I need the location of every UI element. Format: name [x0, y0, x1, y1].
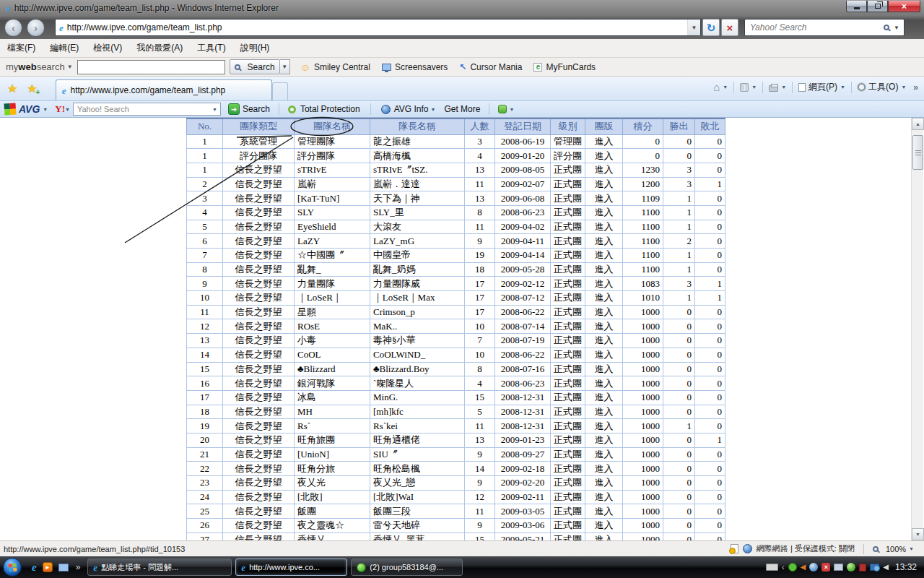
enter-board-link[interactable]: 進入 — [585, 519, 623, 533]
back-button[interactable]: ‹ — [4, 19, 22, 37]
enter-board-link[interactable]: 進入 — [585, 376, 623, 391]
team-name-link[interactable]: 香煙乂 — [295, 532, 370, 540]
team-name-link[interactable]: 銀河戰隊 — [295, 376, 370, 391]
enter-board-link[interactable]: 進入 — [585, 220, 623, 234]
toolbar-overflow-chevron[interactable]: » — [913, 82, 918, 92]
task-button-3[interactable]: (2) group583184@... — [351, 558, 463, 576]
team-name-link[interactable]: Rsˋ — [295, 419, 370, 434]
messenger-tray-icon[interactable] — [788, 563, 797, 571]
enter-board-link[interactable]: 進入 — [585, 504, 623, 519]
team-name-link[interactable]: CoOL — [295, 348, 370, 362]
enter-board-link[interactable]: 進入 — [585, 205, 623, 220]
total-protection-button[interactable]: Total Protection — [300, 104, 360, 114]
enter-board-link[interactable]: 進入 — [585, 291, 623, 306]
team-name-link[interactable]: 夜乂光 — [295, 476, 370, 491]
page-menu-icon[interactable] — [798, 83, 806, 92]
search-dropdown-icon[interactable]: ▼ — [894, 25, 904, 31]
tab-active[interactable]: e http://www.ipve.com/game/team_list.php — [56, 79, 272, 100]
team-name-link[interactable]: 亂舞_ — [295, 262, 370, 277]
forward-button[interactable]: › — [27, 19, 45, 37]
quick-launch-media-icon[interactable]: ► — [43, 562, 53, 572]
avg-extra-icon[interactable] — [498, 105, 507, 113]
rss-feeds-icon[interactable]: ) — [740, 83, 749, 92]
team-name-link[interactable]: 夜之靈魂☆ — [295, 519, 370, 533]
team-name-link[interactable]: 管理團隊 — [295, 134, 370, 149]
volume-muted-icon[interactable]: ◀ — [801, 564, 806, 571]
team-name-link[interactable]: 旺角旅團 — [295, 433, 370, 447]
avg-search-button[interactable]: ➜ Search — [228, 103, 270, 115]
enter-board-link[interactable]: 進入 — [585, 462, 623, 476]
enter-board-link[interactable]: 進入 — [585, 362, 623, 376]
new-tab-button[interactable] — [272, 82, 288, 100]
enter-board-link[interactable]: 進入 — [585, 234, 623, 249]
print-icon[interactable] — [769, 85, 778, 92]
clock[interactable]: 13:32 — [895, 562, 917, 572]
close-button[interactable]: × — [888, 1, 920, 12]
avg-dropdown-icon[interactable]: ▼ — [43, 107, 48, 112]
avg-search-dropdown-icon[interactable]: ▼ — [212, 107, 220, 112]
add-favorite-icon[interactable]: ★ — [27, 83, 37, 95]
power-plug-icon[interactable] — [859, 564, 866, 571]
rss-dropdown-icon[interactable]: ▼ — [751, 85, 757, 90]
enter-board-link[interactable]: 進入 — [585, 249, 623, 263]
mywebsearch-dropdown-icon[interactable]: ▼ — [67, 64, 73, 70]
zoom-dropdown-icon[interactable]: ▼ — [909, 546, 914, 551]
address-dropdown-icon[interactable]: ▼ — [687, 20, 700, 35]
enter-board-link[interactable]: 進入 — [585, 305, 623, 319]
page-alert-icon[interactable] — [731, 544, 738, 553]
network-icon[interactable] — [870, 564, 879, 571]
page-menu-button[interactable]: 網頁(P) — [808, 81, 837, 93]
address-bar[interactable]: ehttp://www.ipve.com/game/team_list.php … — [55, 19, 701, 36]
enter-board-link[interactable]: 進入 — [585, 262, 623, 277]
menu-item-4[interactable]: 工具(T) — [190, 39, 232, 57]
avg-brand[interactable]: AVG — [19, 103, 40, 115]
task-button-1[interactable]: e點睇走場率 - 問題解... — [87, 558, 232, 576]
scrollbar-thumb[interactable] — [912, 135, 923, 170]
scroll-down-icon[interactable]: ▼ — [912, 528, 924, 540]
team-name-link[interactable]: 旺角分旅 — [295, 462, 370, 476]
vertical-scrollbar[interactable]: ▲ ▼ — [911, 118, 923, 540]
team-name-link[interactable]: ♣Blizzard — [295, 362, 370, 376]
menu-item-3[interactable]: 我的最愛(A) — [129, 39, 190, 57]
team-name-link[interactable]: 飯團 — [295, 504, 370, 519]
quick-launch-overflow-chevron[interactable]: » — [76, 562, 81, 572]
avg-search-combo[interactable]: Yahoo! Search ▼ — [73, 103, 221, 116]
team-name-link[interactable]: 小毒 — [295, 334, 370, 348]
print-dropdown-icon[interactable]: ▼ — [781, 85, 786, 90]
team-name-link[interactable]: 星願 — [295, 305, 370, 319]
avg-logo-icon[interactable] — [4, 103, 16, 115]
team-name-link[interactable]: 評分團隊 — [295, 149, 370, 163]
mywebsearch-search-dropdown[interactable]: ▼ — [280, 59, 290, 74]
display-tray-icon[interactable] — [834, 564, 843, 571]
team-name-link[interactable]: MH — [295, 405, 370, 419]
mywebsearch-link[interactable]: ☺Smiley Central — [300, 62, 370, 72]
team-name-link[interactable]: 冰島 — [295, 390, 370, 405]
team-name-link[interactable]: [北敗] — [295, 490, 370, 504]
enter-board-link[interactable]: 進入 — [585, 532, 623, 540]
address-url[interactable]: http://www.ipve.com/game/team_list.php — [67, 22, 222, 33]
team-name-link[interactable]: ☆中國團〞 — [295, 249, 370, 263]
refresh-button[interactable]: ↻ — [702, 19, 720, 36]
minimize-button[interactable] — [846, 1, 867, 12]
team-name-link[interactable]: EyeShield — [295, 220, 370, 234]
enter-board-link[interactable]: 進入 — [585, 177, 623, 191]
enter-board-link[interactable]: 進入 — [585, 191, 623, 206]
team-name-link[interactable]: LaZY — [295, 234, 370, 249]
avg-status-icon[interactable] — [847, 563, 855, 571]
team-name-link[interactable]: sTRIvE — [295, 163, 370, 177]
enter-board-link[interactable]: 進入 — [585, 319, 623, 334]
enter-board-link[interactable]: 進入 — [585, 163, 623, 177]
enter-board-link[interactable]: 進入 — [585, 490, 623, 504]
enter-board-link[interactable]: 進入 — [585, 433, 623, 447]
restore-button[interactable] — [867, 1, 888, 12]
team-name-link[interactable]: 嵐嶄 — [295, 177, 370, 191]
menu-item-1[interactable]: 編輯(E) — [43, 39, 86, 57]
globe-tray-icon[interactable] — [809, 563, 818, 571]
menu-item-2[interactable]: 檢視(V) — [86, 39, 129, 57]
team-name-link[interactable]: ROsE — [295, 319, 370, 334]
instant-search-box[interactable]: Yahoo! Search ▼ — [744, 19, 905, 36]
favorites-center-icon[interactable]: ★ — [7, 83, 17, 95]
volume-icon[interactable]: ◀ — [883, 564, 889, 571]
avg-info-button[interactable]: AVG Info — [394, 104, 429, 114]
enter-board-link[interactable]: 進入 — [585, 447, 623, 462]
